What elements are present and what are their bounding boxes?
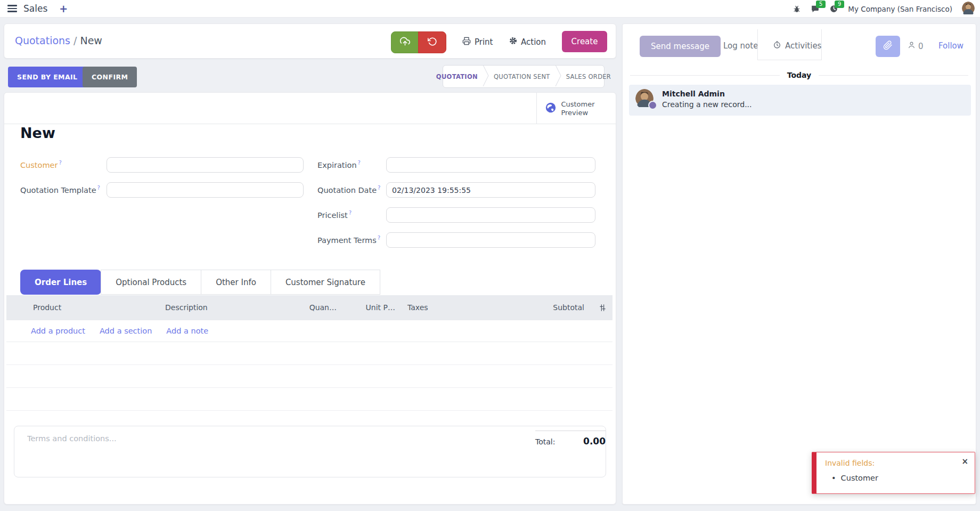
app-menu-sales[interactable]: Sales xyxy=(23,3,47,14)
clock-icon xyxy=(773,40,781,51)
help-icon[interactable]: ? xyxy=(349,210,352,216)
terms-and-conditions-input[interactable] xyxy=(26,434,358,443)
tab-other-info[interactable]: Other Info xyxy=(201,270,271,295)
quotation-date-field[interactable] xyxy=(386,182,595,198)
payment-terms-label: Payment Terms? xyxy=(317,235,380,245)
total-value: 0.00 xyxy=(583,436,606,447)
column-quantity[interactable]: Quan… xyxy=(267,303,337,312)
terms-and-total-section: Total: 0.00 xyxy=(14,426,606,477)
form-sheet: Customer Preview New Customer? Quotation… xyxy=(4,92,616,505)
step-quotation[interactable]: QUOTATION xyxy=(431,73,483,80)
column-taxes[interactable]: Taxes xyxy=(407,303,428,312)
tab-customer-signature[interactable]: Customer Signature xyxy=(271,270,380,295)
odoo-sales-app: Sales + 5 9 My Company (San Francisco) xyxy=(0,0,980,511)
create-label: Create xyxy=(571,37,598,46)
discard-changes-button[interactable] xyxy=(418,31,446,53)
new-tab-button[interactable]: + xyxy=(59,4,68,14)
messages-icon[interactable]: 5 xyxy=(811,4,820,13)
close-icon[interactable]: × xyxy=(961,457,968,466)
paperclip-icon xyxy=(883,40,893,52)
payment-terms-field[interactable] xyxy=(386,232,595,248)
date-divider: Today xyxy=(630,71,968,79)
activities-button[interactable]: Activities xyxy=(773,40,821,51)
tab-order-lines[interactable]: Order Lines xyxy=(20,270,101,295)
step-quotation-sent[interactable]: QUOTATION SENT xyxy=(489,73,555,80)
action-label: Action xyxy=(521,37,546,47)
confirm-button[interactable]: CONFIRM xyxy=(83,67,137,87)
expiration-label: Expiration? xyxy=(317,160,361,169)
followers-button[interactable]: 0 xyxy=(907,40,924,52)
user-avatar[interactable] xyxy=(962,2,975,17)
customer-field[interactable] xyxy=(107,157,304,173)
column-product[interactable]: Product xyxy=(33,303,61,312)
company-switcher[interactable]: My Company (San Francisco) xyxy=(848,5,952,13)
add-row-links: Add a product Add a section Add a note xyxy=(6,320,612,342)
invalid-fields-toast: Invalid fields: × Customer xyxy=(812,452,975,494)
action-menu-button[interactable]: Action xyxy=(509,31,546,52)
activities-count-badge: 9 xyxy=(835,1,844,8)
help-icon[interactable]: ? xyxy=(358,160,361,166)
expiration-field[interactable] xyxy=(386,157,595,173)
add-a-section-link[interactable]: Add a section xyxy=(100,327,152,335)
column-description[interactable]: Description xyxy=(165,303,208,312)
follow-button[interactable]: Follow xyxy=(938,41,963,51)
add-a-note-link[interactable]: Add a note xyxy=(166,327,208,335)
attach-files-button[interactable] xyxy=(876,36,900,57)
order-lines-table: Product Description Quan… Unit P… Taxes … xyxy=(6,295,612,411)
log-note-button[interactable]: Log note xyxy=(723,41,758,51)
optional-columns-icon[interactable] xyxy=(598,303,607,314)
divider xyxy=(757,29,758,60)
hamburger-menu-icon[interactable] xyxy=(7,3,17,14)
breadcrumb-current: New xyxy=(80,35,102,46)
help-icon[interactable]: ? xyxy=(378,235,380,241)
empty-table-row[interactable] xyxy=(6,342,612,365)
pricelist-label: Pricelist? xyxy=(317,210,352,220)
column-subtotal[interactable]: Subtotal xyxy=(502,303,584,312)
help-icon[interactable]: ? xyxy=(97,185,100,191)
top-navbar: Sales + 5 9 My Company (San Francisco) xyxy=(0,0,980,18)
total-block: Total: 0.00 xyxy=(535,431,606,447)
table-header: Product Description Quan… Unit P… Taxes … xyxy=(6,295,612,320)
date-divider-label: Today xyxy=(787,71,811,79)
toast-title: Invalid fields: xyxy=(825,459,875,467)
notebook-tabs: Order Lines Optional Products Other Info… xyxy=(20,270,380,295)
chatter-message[interactable]: Mitchell Admin Creating a new record... xyxy=(629,85,971,116)
print-button[interactable]: Print xyxy=(462,31,493,52)
debug-bug-icon[interactable] xyxy=(793,5,801,13)
customer-label: Customer? xyxy=(20,160,62,169)
message-author: Mitchell Admin xyxy=(662,90,725,98)
tab-optional-products[interactable]: Optional Products xyxy=(101,270,201,295)
column-unit-price[interactable]: Unit P… xyxy=(347,303,395,312)
print-label: Print xyxy=(475,37,493,47)
activities-clock-icon[interactable]: 9 xyxy=(829,4,838,13)
undo-icon xyxy=(428,37,437,48)
step-sales-order[interactable]: SALES ORDER xyxy=(561,73,616,80)
save-record-button[interactable] xyxy=(391,31,419,53)
globe-icon xyxy=(545,102,557,116)
breadcrumb: Quotations/New xyxy=(15,35,102,46)
pricelist-field[interactable] xyxy=(386,207,595,223)
divider xyxy=(757,60,822,60)
breadcrumb-quotations-link[interactable]: Quotations xyxy=(15,35,70,46)
gear-icon xyxy=(509,37,517,47)
help-icon[interactable]: ? xyxy=(59,160,61,166)
empty-table-row[interactable] xyxy=(6,388,612,411)
toast-invalid-field: Customer xyxy=(831,474,878,482)
divider xyxy=(821,29,822,60)
message-status-dot xyxy=(648,101,657,110)
customer-preview-button[interactable]: Customer Preview xyxy=(536,93,603,124)
send-by-email-button[interactable]: SEND BY EMAIL xyxy=(8,67,86,87)
add-a-product-link[interactable]: Add a product xyxy=(31,327,85,335)
printer-icon xyxy=(462,37,471,47)
chatter-panel: Send message Log note Activities 0 xyxy=(622,23,976,505)
status-steps: QUOTATION QUOTATION SENT SALES ORDER xyxy=(443,65,605,88)
create-button[interactable]: Create xyxy=(562,31,607,52)
send-message-button[interactable]: Send message xyxy=(640,36,721,57)
quotation-date-label: Quotation Date? xyxy=(317,185,380,194)
quotation-template-field[interactable] xyxy=(107,182,304,198)
smart-button-label: Customer Preview xyxy=(561,100,594,117)
messages-count-badge: 5 xyxy=(816,1,826,8)
breadcrumb-separator: / xyxy=(74,35,77,46)
empty-table-row[interactable] xyxy=(6,365,612,388)
help-icon[interactable]: ? xyxy=(378,185,380,191)
